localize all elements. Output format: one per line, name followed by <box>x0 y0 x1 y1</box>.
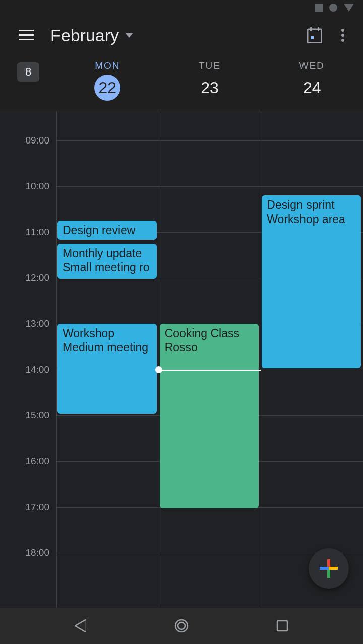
hour-label: 15:00 <box>25 410 49 421</box>
app-bar: February <box>0 15 363 55</box>
status-square-icon <box>315 4 323 12</box>
day-number: 23 <box>197 75 223 101</box>
status-triangle-icon <box>344 4 354 12</box>
create-event-fab[interactable] <box>309 548 349 589</box>
event-title: Monthly update <box>63 247 152 261</box>
day-number: 22 <box>94 75 120 101</box>
svg-rect-17 <box>329 567 338 570</box>
svg-marker-2 <box>344 4 354 12</box>
now-indicator-line <box>159 370 261 371</box>
event-title: Design sprint <box>267 198 356 212</box>
calendar-event[interactable]: Design review <box>57 221 157 240</box>
svg-rect-7 <box>308 29 322 43</box>
more-vert-icon <box>341 28 345 42</box>
svg-rect-0 <box>315 4 323 12</box>
nav-recents-button[interactable] <box>267 611 297 641</box>
hour-label: 10:00 <box>25 181 49 192</box>
plus-multicolor-icon <box>320 559 338 578</box>
hour-label: 17:00 <box>25 502 49 513</box>
svg-point-13 <box>341 39 344 42</box>
svg-rect-4 <box>19 34 34 36</box>
day-header-mon[interactable]: MON 22 <box>56 60 159 101</box>
month-selector[interactable]: February <box>50 26 133 45</box>
hour-label: 14:00 <box>25 364 49 375</box>
calendar-event[interactable]: Design sprintWorkshop area <box>262 195 361 368</box>
event-title: Cooking Class <box>165 327 254 341</box>
hamburger-icon <box>19 30 34 41</box>
status-bar <box>0 0 363 15</box>
chevron-down-icon <box>125 33 133 38</box>
event-location: Workshop area <box>267 212 356 227</box>
svg-point-12 <box>341 34 344 37</box>
back-triangle-icon <box>75 619 86 632</box>
event-title: Workshop <box>63 327 152 341</box>
hour-label: 13:00 <box>25 318 49 329</box>
calendar-today-icon <box>307 27 322 43</box>
nav-back-button[interactable] <box>66 611 96 641</box>
hour-label: 11:00 <box>25 227 49 238</box>
menu-button[interactable] <box>14 23 38 47</box>
event-location: Rosso <box>165 341 254 355</box>
svg-rect-3 <box>19 30 34 31</box>
event-location: Small meeting ro <box>63 261 152 275</box>
svg-rect-8 <box>310 27 312 31</box>
event-location: Medium meeting <box>63 341 152 355</box>
day-header-wed[interactable]: WED 24 <box>261 60 363 101</box>
now-indicator-dot <box>155 366 162 373</box>
svg-point-11 <box>341 29 344 32</box>
more-button[interactable] <box>331 23 355 47</box>
recents-square-icon <box>276 620 288 632</box>
month-label-text: February <box>50 26 119 45</box>
hour-label: 16:00 <box>25 456 49 467</box>
svg-rect-9 <box>318 27 319 31</box>
nav-home-button[interactable] <box>166 611 197 641</box>
calendar-event[interactable]: WorkshopMedium meeting <box>57 324 157 414</box>
today-button[interactable] <box>302 23 327 47</box>
svg-rect-21 <box>277 621 287 631</box>
calendar-grid[interactable]: 09:0010:0011:0012:0013:0014:0015:0016:00… <box>0 111 363 614</box>
hour-label: 12:00 <box>25 272 49 283</box>
svg-point-20 <box>178 622 185 629</box>
dow-label: TUE <box>199 60 221 71</box>
svg-point-1 <box>329 4 337 12</box>
svg-marker-6 <box>125 33 133 38</box>
svg-point-19 <box>175 620 188 632</box>
dow-label: MON <box>95 60 120 71</box>
svg-rect-16 <box>320 567 329 570</box>
day-header-row: 8 MON 22 TUE 23 WED 24 <box>0 55 363 111</box>
home-circle-icon <box>174 618 189 633</box>
dow-label: WED <box>299 60 325 71</box>
week-number-badge: 8 <box>17 62 39 82</box>
day-number: 24 <box>299 75 325 101</box>
svg-marker-18 <box>75 619 86 632</box>
hour-label: 09:00 <box>25 135 49 146</box>
status-circle-icon <box>329 3 338 12</box>
system-nav-bar <box>0 608 363 644</box>
svg-rect-5 <box>19 39 34 40</box>
calendar-event[interactable]: Cooking ClassRosso <box>160 324 259 508</box>
svg-rect-10 <box>311 36 314 39</box>
calendar-event[interactable]: Monthly updateSmall meeting ro <box>57 244 157 279</box>
event-title: Design review <box>63 224 152 238</box>
hour-label: 18:00 <box>25 547 49 558</box>
day-header-tue[interactable]: TUE 23 <box>159 60 261 101</box>
